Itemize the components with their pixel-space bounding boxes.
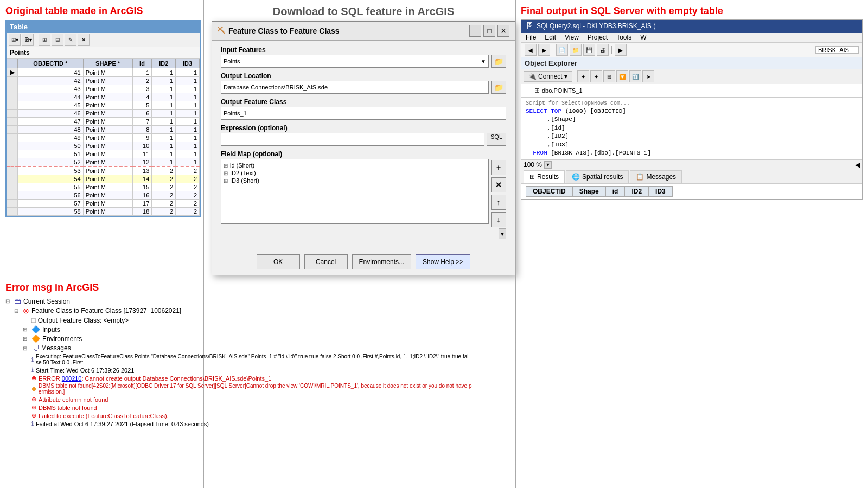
cell-arrow: [7, 134, 18, 142]
tree-inputs[interactable]: ⊞ 🔷 Inputs: [5, 325, 515, 334]
cell-shape: Point M: [83, 85, 132, 93]
output-class-input[interactable]: [221, 107, 506, 120]
cell-oid: 45: [18, 101, 84, 110]
cell-shape: Point M: [83, 118, 132, 126]
tb-new-btn[interactable]: 📄: [556, 44, 568, 56]
oe-btn2[interactable]: ✦: [590, 70, 602, 82]
fieldmap-add-btn[interactable]: +: [491, 160, 506, 175]
tb-save-btn[interactable]: 💾: [583, 44, 595, 56]
msgs-expand-icon[interactable]: ⊟: [23, 345, 29, 351]
tb-back-btn[interactable]: ◀: [525, 44, 537, 56]
tab-spatial[interactable]: 🌐 Spatial results: [566, 170, 629, 183]
table-add-btn[interactable]: ⊞: [39, 34, 50, 46]
cell-oid: 54: [18, 175, 84, 183]
oe-filter-btn[interactable]: 🔽: [616, 70, 628, 82]
feature-class-expand-icon[interactable]: ⊟: [14, 308, 21, 314]
table-row: 56 Point M 16 2 2: [7, 191, 200, 200]
msg-dbms2-text: DBMS table not found: [39, 404, 97, 411]
tree-environments[interactable]: ⊞ 🔶 Environments: [5, 334, 515, 343]
cell-id3: 1: [176, 142, 200, 150]
cell-id2: 1: [152, 77, 176, 85]
session-expand-icon[interactable]: ⊟: [5, 298, 12, 304]
msg-dbms-text: DBMS table not found[42S02:[Microsoft][O…: [39, 383, 473, 395]
cancel-button[interactable]: Cancel: [304, 254, 348, 269]
input-features-select[interactable]: Points ▼: [221, 55, 489, 68]
fieldmap-label-id2: ID2 (Text): [230, 170, 256, 176]
table-row: 45 Point M 5 1 1: [7, 101, 200, 110]
output-location-input[interactable]: [221, 81, 489, 94]
tb-fwd-btn[interactable]: ▶: [538, 44, 550, 56]
input-features-browse-btn[interactable]: 📁: [491, 55, 506, 68]
show-help-button[interactable]: Show Help >>: [416, 254, 470, 269]
menu-tools[interactable]: Tools: [616, 34, 631, 41]
tb-print-btn[interactable]: 🖨: [597, 44, 609, 56]
table-edit-btn[interactable]: ✎: [65, 34, 76, 46]
table-delete-btn[interactable]: ✕: [78, 34, 90, 46]
menu-w[interactable]: W: [640, 34, 646, 41]
expand-icon-id3[interactable]: ⊞: [224, 178, 228, 184]
tree-messages[interactable]: ⊟ 🗨 Messages: [5, 343, 515, 353]
menu-view[interactable]: View: [565, 34, 579, 41]
envs-expand-icon[interactable]: ⊞: [23, 336, 29, 342]
expand-icon-id[interactable]: ⊞: [224, 163, 228, 169]
dialog-close-btn[interactable]: ✕: [497, 25, 509, 37]
environments-button[interactable]: Environments...: [352, 254, 411, 269]
oe-refresh-btn[interactable]: 🔃: [629, 70, 641, 82]
error-code-link[interactable]: 000210: [62, 375, 82, 382]
cell-oid: 58: [18, 208, 84, 216]
cell-oid: 55: [18, 183, 84, 191]
feature-class-dialog: ⛏ Feature Class to Feature Class — □ ✕ I…: [212, 21, 515, 275]
cell-arrow: [7, 208, 18, 216]
sql-button[interactable]: SQL: [487, 133, 506, 146]
dialog-controls: — □ ✕: [469, 25, 509, 37]
fieldmap-down-btn[interactable]: ↓: [491, 212, 506, 227]
oe-tree-item-points1[interactable]: ⊞ dbo.POINTS_1: [526, 86, 858, 95]
menu-file[interactable]: File: [526, 34, 536, 41]
inputs-expand-icon[interactable]: ⊞: [23, 326, 29, 332]
tab-results[interactable]: ⊞ Results: [524, 170, 565, 183]
feature-class-error-icon: ⊗: [23, 306, 29, 315]
sql-menubar: File Edit View Project Tools W: [521, 33, 862, 43]
oe-arrow-btn[interactable]: ➤: [642, 70, 654, 82]
cell-arrow: [7, 175, 18, 183]
table-remove-btn[interactable]: ⊟: [52, 34, 63, 46]
dialog-minimize-btn[interactable]: —: [469, 25, 481, 37]
menu-edit[interactable]: Edit: [545, 34, 556, 41]
cell-id3: 2: [176, 166, 200, 175]
fieldmap-up-btn[interactable]: ↑: [491, 195, 506, 210]
dialog-maximize-btn[interactable]: □: [483, 25, 495, 37]
output-location-group: Output Location 📁: [221, 72, 506, 94]
ok-button[interactable]: OK: [257, 254, 300, 269]
menu-project[interactable]: Project: [588, 34, 608, 41]
oe-btn3[interactable]: ⊟: [603, 70, 615, 82]
tree-feature-class[interactable]: ⊟ ⊗ Feature Class to Feature Class [1739…: [5, 306, 515, 316]
oe-connect-btn[interactable]: 🔌 Connect ▾: [524, 71, 572, 82]
table-menu-btn[interactable]: ⊞▾: [9, 34, 21, 46]
oe-table-label: dbo.POINTS_1: [542, 87, 583, 94]
table-row: 52 Point M 12 1 1: [7, 158, 200, 167]
divider-right: [515, 0, 516, 488]
tab-messages[interactable]: 📋 Messages: [630, 170, 682, 183]
output-location-browse-btn[interactable]: 📁: [491, 81, 506, 94]
oe-btn1[interactable]: ✦: [577, 70, 589, 82]
fieldmap-scroll-down[interactable]: ▼: [499, 228, 506, 239]
cell-id: 7: [132, 118, 152, 126]
cell-arrow: [7, 93, 18, 101]
fieldmap-remove-btn[interactable]: ✕: [491, 177, 506, 192]
table-row: 48 Point M 8 1 1: [7, 126, 200, 134]
tree-session[interactable]: ⊟ 🗃 Current Session: [5, 297, 515, 306]
zoom-dropdown-btn[interactable]: ▼: [544, 161, 552, 169]
expression-input[interactable]: [221, 133, 484, 146]
table-row: 55 Point M 15 2 2: [7, 183, 200, 191]
expand-icon-id2[interactable]: ⊞: [224, 170, 228, 176]
db-selector[interactable]: BRISK_AIS: [815, 46, 859, 54]
expression-group: Expression (optional) SQL: [221, 124, 506, 146]
fieldmap-item-id3: ⊞ ID3 (Short): [224, 177, 486, 184]
error-section: Error msg in ArcGIS ⊟ 🗃 Current Session …: [5, 282, 515, 428]
table-load-btn[interactable]: 🖹▾: [22, 34, 34, 46]
tb-open-btn[interactable]: 📁: [570, 44, 582, 56]
heading-original: Original table made in ArcGIS: [5, 5, 201, 17]
msg-failed-exec-icon: ⊗: [31, 412, 36, 419]
tb-execute-btn[interactable]: ▶: [615, 44, 627, 56]
output-label: Output Feature Class: <empty>: [38, 317, 129, 324]
